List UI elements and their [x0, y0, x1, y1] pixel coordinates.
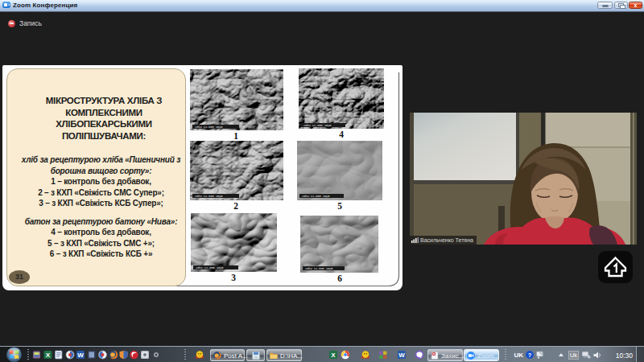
- svg-text:20kU X1.000 10µm: 20kU X1.000 10µm: [302, 195, 330, 198]
- svg-text:X: X: [331, 352, 336, 359]
- svg-text:2: 2: [233, 201, 238, 211]
- svg-text:20kU X1.000 10µm: 20kU X1.000 10µm: [196, 266, 224, 269]
- svg-text:4: 4: [339, 130, 344, 139]
- svg-text:W: W: [398, 352, 405, 359]
- svg-text:5: 5: [337, 201, 342, 211]
- svg-text:W: W: [77, 352, 84, 359]
- svg-text:?: ?: [528, 352, 532, 359]
- svg-text:20kU X1.000 10µm: 20kU X1.000 10µm: [195, 125, 223, 129]
- svg-text:20kU X1.000 10µm: 20kU X1.000 10µm: [305, 267, 333, 270]
- svg-text:20kU X1.000 10µm: 20kU X1.000 10µm: [195, 195, 223, 198]
- svg-text:3: 3: [231, 273, 236, 282]
- svg-text:20kU X1.000 10µm: 20kU X1.000 10µm: [303, 124, 332, 127]
- svg-text:1: 1: [233, 131, 238, 141]
- svg-text:X: X: [46, 352, 51, 359]
- svg-text:6: 6: [337, 274, 342, 283]
